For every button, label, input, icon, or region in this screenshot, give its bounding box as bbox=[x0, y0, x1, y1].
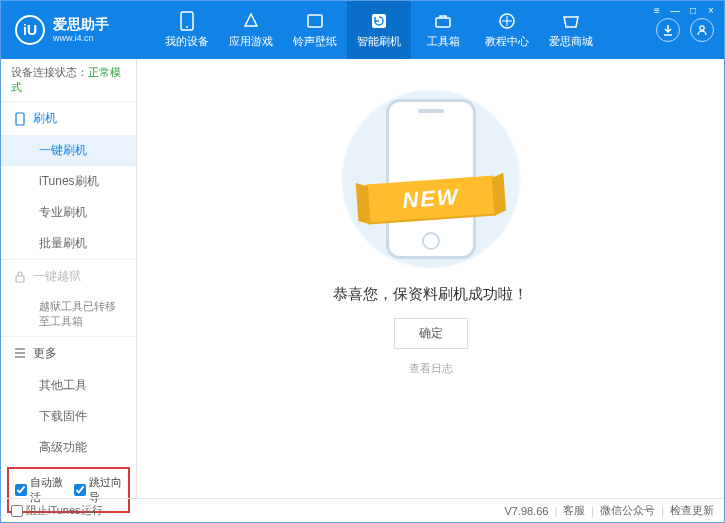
tab-smart-flash[interactable]: 智能刷机 bbox=[347, 1, 411, 59]
close-button[interactable]: × bbox=[704, 3, 718, 17]
section-title: 一键越狱 bbox=[33, 268, 81, 285]
jailbreak-note: 越狱工具已转移至工具箱 bbox=[1, 293, 136, 336]
section-more: 更多 其他工具 下载固件 高级功能 bbox=[1, 337, 136, 463]
tab-label: 我的设备 bbox=[165, 34, 209, 49]
sidebar-item-pro-flash[interactable]: 专业刷机 bbox=[1, 197, 136, 228]
logo: iU 爱思助手 www.i4.cn bbox=[15, 15, 155, 45]
user-icon bbox=[696, 24, 708, 36]
ok-button[interactable]: 确定 bbox=[394, 318, 468, 349]
tab-apps[interactable]: 应用游戏 bbox=[219, 1, 283, 59]
tab-ringtones[interactable]: 铃声壁纸 bbox=[283, 1, 347, 59]
section-title: 刷机 bbox=[33, 110, 57, 127]
checkbox-input[interactable] bbox=[11, 505, 23, 517]
sidebar-item-advanced[interactable]: 高级功能 bbox=[1, 432, 136, 463]
user-button[interactable] bbox=[690, 18, 714, 42]
phone-illustration: NEW bbox=[386, 99, 476, 259]
check-update-link[interactable]: 检查更新 bbox=[670, 503, 714, 518]
tab-label: 爱思商城 bbox=[549, 34, 593, 49]
window-controls: ≡ — □ × bbox=[650, 1, 718, 19]
logo-icon: iU bbox=[15, 15, 45, 45]
separator: | bbox=[591, 505, 594, 517]
success-message: 恭喜您，保资料刷机成功啦！ bbox=[333, 285, 528, 304]
header: iU 爱思助手 www.i4.cn 我的设备 应用游戏 铃声壁纸 智能刷机 bbox=[1, 1, 724, 59]
tab-my-device[interactable]: 我的设备 bbox=[155, 1, 219, 59]
separator: | bbox=[554, 505, 557, 517]
download-button[interactable] bbox=[656, 18, 680, 42]
apps-icon bbox=[241, 11, 261, 31]
view-log-link[interactable]: 查看日志 bbox=[409, 361, 453, 376]
section-flash: 刷机 一键刷机 iTunes刷机 专业刷机 批量刷机 bbox=[1, 102, 136, 260]
maximize-button[interactable]: □ bbox=[686, 3, 700, 17]
body: 设备连接状态：正常模式 刷机 一键刷机 iTunes刷机 专业刷机 批量刷机 一… bbox=[1, 59, 724, 498]
svg-rect-8 bbox=[16, 276, 24, 282]
tab-toolbox[interactable]: 工具箱 bbox=[411, 1, 475, 59]
tab-label: 铃声壁纸 bbox=[293, 34, 337, 49]
section-jailbreak-head[interactable]: 一键越狱 bbox=[1, 260, 136, 293]
phone-icon bbox=[13, 112, 27, 126]
nav-tabs: 我的设备 应用游戏 铃声壁纸 智能刷机 工具箱 教程中心 bbox=[155, 1, 656, 59]
tab-label: 工具箱 bbox=[427, 34, 460, 49]
lock-icon bbox=[13, 270, 27, 284]
checkbox-input[interactable] bbox=[15, 484, 27, 496]
sidebar-item-itunes-flash[interactable]: iTunes刷机 bbox=[1, 166, 136, 197]
svg-rect-7 bbox=[16, 113, 24, 125]
header-actions bbox=[656, 18, 714, 42]
svg-point-1 bbox=[186, 26, 188, 28]
phone-icon bbox=[177, 11, 197, 31]
download-icon bbox=[662, 24, 674, 36]
section-jailbreak: 一键越狱 越狱工具已转移至工具箱 bbox=[1, 260, 136, 337]
section-more-head[interactable]: 更多 bbox=[1, 337, 136, 370]
toolbox-icon bbox=[433, 11, 453, 31]
svg-rect-4 bbox=[436, 18, 450, 27]
main-content: NEW 恭喜您，保资料刷机成功啦！ 确定 查看日志 bbox=[137, 59, 724, 498]
svg-point-6 bbox=[700, 26, 704, 30]
sidebar-item-download-firmware[interactable]: 下载固件 bbox=[1, 401, 136, 432]
book-icon bbox=[497, 11, 517, 31]
app-title: 爱思助手 bbox=[53, 16, 109, 33]
conn-label: 设备连接状态： bbox=[11, 66, 88, 78]
success-illustration: NEW bbox=[316, 89, 546, 269]
wallpaper-icon bbox=[305, 11, 325, 31]
new-ribbon: NEW bbox=[365, 176, 495, 223]
tab-tutorials[interactable]: 教程中心 bbox=[475, 1, 539, 59]
sidebar: 设备连接状态：正常模式 刷机 一键刷机 iTunes刷机 专业刷机 批量刷机 一… bbox=[1, 59, 137, 498]
customer-service-link[interactable]: 客服 bbox=[563, 503, 585, 518]
separator: | bbox=[661, 505, 664, 517]
tab-label: 应用游戏 bbox=[229, 34, 273, 49]
list-icon bbox=[13, 346, 27, 360]
store-icon bbox=[561, 11, 581, 31]
tab-label: 智能刷机 bbox=[357, 34, 401, 49]
version-label: V7.98.66 bbox=[504, 505, 548, 517]
checkbox-block-itunes[interactable]: 阻止iTunes运行 bbox=[11, 503, 103, 518]
wechat-link[interactable]: 微信公众号 bbox=[600, 503, 655, 518]
app-subtitle: www.i4.cn bbox=[53, 33, 109, 44]
minimize-button[interactable]: — bbox=[668, 3, 682, 17]
checkbox-input[interactable] bbox=[74, 484, 86, 496]
sidebar-item-other-tools[interactable]: 其他工具 bbox=[1, 370, 136, 401]
tab-label: 教程中心 bbox=[485, 34, 529, 49]
footer: 阻止iTunes运行 V7.98.66 | 客服 | 微信公众号 | 检查更新 bbox=[1, 498, 724, 522]
refresh-icon bbox=[369, 11, 389, 31]
section-title: 更多 bbox=[33, 345, 57, 362]
section-flash-head[interactable]: 刷机 bbox=[1, 102, 136, 135]
menu-icon[interactable]: ≡ bbox=[650, 3, 664, 17]
sidebar-item-batch-flash[interactable]: 批量刷机 bbox=[1, 228, 136, 259]
sidebar-item-oneclick-flash[interactable]: 一键刷机 bbox=[1, 135, 136, 166]
app-window: ≡ — □ × iU 爱思助手 www.i4.cn 我的设备 应用游戏 铃声壁纸 bbox=[0, 0, 725, 523]
svg-rect-2 bbox=[308, 15, 322, 27]
tab-store[interactable]: 爱思商城 bbox=[539, 1, 603, 59]
checkbox-label: 阻止iTunes运行 bbox=[26, 503, 103, 518]
connection-status: 设备连接状态：正常模式 bbox=[1, 59, 136, 102]
